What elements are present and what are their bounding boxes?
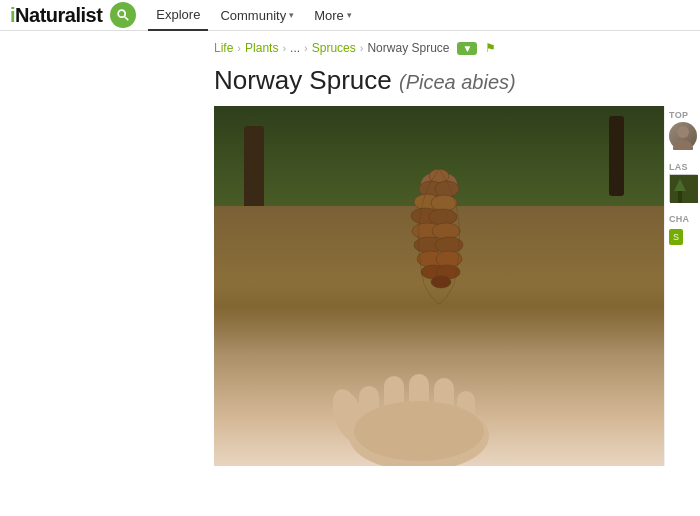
svg-point-18 <box>431 276 451 288</box>
last-obs-label: LAS <box>669 162 696 172</box>
breadcrumb: Life › Plants › ... › Spruces › Norway S… <box>0 31 700 61</box>
last-obs-section: LAS <box>669 162 696 208</box>
charts-section: CHA S <box>669 214 696 245</box>
svg-point-26 <box>354 401 484 461</box>
search-icon <box>116 8 130 22</box>
site-logo[interactable]: iNaturalist <box>10 4 102 27</box>
pine-cone-image <box>389 106 489 324</box>
breadcrumb-sep-4: › <box>360 42 364 54</box>
nav-more[interactable]: More ▾ <box>306 0 360 31</box>
more-chevron-icon: ▾ <box>347 10 352 20</box>
breadcrumb-sep-3: › <box>304 42 308 54</box>
top-observers-section: TOP <box>669 110 696 156</box>
scientific-name: (Picea abies) <box>399 71 516 93</box>
svg-point-11 <box>432 223 460 239</box>
flag-button[interactable]: ▼ <box>457 42 477 55</box>
charts-label: CHA <box>669 214 696 224</box>
breadcrumb-ellipsis: ... <box>290 41 300 55</box>
species-image[interactable] <box>214 106 664 466</box>
breadcrumb-life[interactable]: Life <box>214 41 233 55</box>
svg-point-28 <box>673 140 693 150</box>
flag-icon: ⚑ <box>485 41 496 55</box>
see-charts-button[interactable]: S <box>669 229 683 245</box>
last-obs-thumbnail <box>669 174 697 202</box>
hand-svg <box>319 326 519 466</box>
breadcrumb-plants[interactable]: Plants <box>245 41 278 55</box>
svg-point-7 <box>431 195 457 211</box>
page-title-area: Norway Spruce (Picea abies) <box>0 61 700 106</box>
main-header: iNaturalist Explore Community ▾ More ▾ <box>0 0 700 31</box>
top-observer-avatar <box>669 122 697 150</box>
svg-point-9 <box>429 209 457 225</box>
page-title: Norway Spruce (Picea abies) <box>214 65 700 96</box>
top-observers-label: TOP <box>669 110 696 120</box>
hand-area <box>214 306 664 466</box>
logo-naturalist: Naturalist <box>15 4 102 26</box>
svg-point-5 <box>435 181 459 197</box>
nav-explore[interactable]: Explore <box>148 0 208 31</box>
svg-line-1 <box>125 17 129 21</box>
right-sidebar: TOP LAS CHA S <box>664 106 700 466</box>
search-button[interactable] <box>110 2 136 28</box>
common-name: Norway Spruce <box>214 65 392 95</box>
breadcrumb-current: Norway Spruce <box>367 41 449 55</box>
svg-rect-30 <box>678 189 682 203</box>
nav-community[interactable]: Community ▾ <box>212 0 302 31</box>
community-chevron-icon: ▾ <box>289 10 294 20</box>
svg-point-0 <box>119 10 126 17</box>
breadcrumb-sep-2: › <box>282 42 286 54</box>
breadcrumb-sep-1: › <box>237 42 241 54</box>
breadcrumb-spruces[interactable]: Spruces <box>312 41 356 55</box>
svg-point-27 <box>677 126 689 138</box>
main-content: TOP LAS CHA S <box>0 106 700 466</box>
